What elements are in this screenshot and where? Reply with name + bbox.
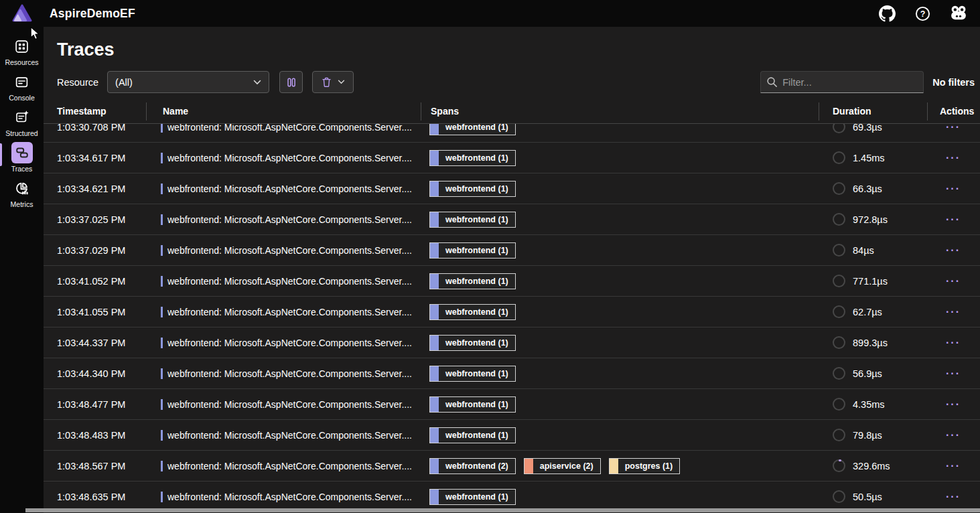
trace-actions: ···	[927, 124, 980, 131]
trace-timestamp: 1:03:41.055 PM	[44, 307, 146, 317]
trace-name-text: webfrontend: Microsoft.AspNetCore.Compon…	[167, 338, 412, 348]
span-badge[interactable]: webfrontend (1)	[429, 304, 516, 320]
trace-name[interactable]: webfrontend: Microsoft.AspNetCore.Compon…	[146, 153, 421, 163]
trace-name[interactable]: webfrontend: Microsoft.AspNetCore.Compon…	[146, 399, 421, 410]
duration-ring-icon	[833, 367, 845, 380]
span-badge[interactable]: webfrontend (1)	[429, 150, 516, 166]
span-badge[interactable]: webfrontend (1)	[429, 181, 516, 197]
sidebar-item-traces[interactable]: Traces	[0, 142, 44, 173]
trace-name-text: webfrontend: Microsoft.AspNetCore.Compon…	[167, 368, 412, 379]
span-badge[interactable]: webfrontend (1)	[429, 489, 516, 505]
more-actions-icon[interactable]: ···	[946, 186, 961, 192]
trace-name[interactable]: webfrontend: Microsoft.AspNetCore.Compon…	[146, 430, 421, 441]
span-badge[interactable]: webfrontend (1)	[429, 212, 516, 228]
sidebar-item-structured[interactable]: Structured	[0, 106, 44, 137]
trace-row[interactable]: 1:03:48.483 PM webfrontend: Microsoft.As…	[44, 420, 980, 451]
trace-row[interactable]: 1:03:34.621 PM webfrontend: Microsoft.As…	[44, 173, 980, 204]
help-icon[interactable]: ?	[914, 5, 931, 22]
trace-name[interactable]: webfrontend: Microsoft.AspNetCore.Compon…	[146, 276, 421, 287]
trace-actions: ···	[927, 463, 980, 469]
more-actions-icon[interactable]: ···	[946, 370, 961, 377]
sidebar-label: Resources	[5, 58, 38, 66]
more-actions-icon[interactable]: ···	[946, 247, 961, 254]
trace-name[interactable]: webfrontend: Microsoft.AspNetCore.Compon…	[146, 124, 421, 133]
trace-row[interactable]: 1:03:44.340 PM webfrontend: Microsoft.As…	[44, 358, 980, 389]
trace-duration-value: 1.45ms	[853, 153, 885, 163]
span-badge[interactable]: webfrontend (1)	[429, 427, 516, 443]
resource-select[interactable]: (All)	[107, 71, 269, 93]
horizontal-scrollbar[interactable]	[0, 508, 980, 513]
app-title: AspireDemoEF	[50, 7, 135, 21]
span-badge[interactable]: webfrontend (1)	[429, 335, 516, 351]
sidebar-item-console[interactable]: Console	[0, 71, 44, 102]
sidebar-item-resources[interactable]: Resources	[0, 35, 44, 66]
column-header-timestamp[interactable]: Timestamp	[44, 99, 146, 123]
scrollbar-thumb[interactable]	[25, 508, 980, 512]
trace-actions: ···	[927, 340, 980, 346]
column-header-name[interactable]: Name	[146, 99, 421, 123]
column-header-spans[interactable]: Spans	[421, 99, 819, 123]
trace-duration-value: 69.3µs	[853, 124, 882, 133]
span-badge-label: webfrontend (1)	[439, 400, 515, 409]
more-actions-icon[interactable]: ···	[946, 432, 961, 439]
trace-row[interactable]: 1:03:30.708 PM webfrontend: Microsoft.As…	[44, 124, 980, 143]
span-badge[interactable]: webfrontend (1)	[429, 273, 516, 289]
span-badge[interactable]: webfrontend (1)	[429, 124, 516, 135]
trace-row[interactable]: 1:03:37.025 PM webfrontend: Microsoft.As…	[44, 204, 980, 235]
trace-name[interactable]: webfrontend: Microsoft.AspNetCore.Compon…	[146, 214, 421, 225]
trace-row[interactable]: 1:03:41.055 PM webfrontend: Microsoft.As…	[44, 297, 980, 327]
more-actions-icon[interactable]: ···	[946, 278, 961, 285]
span-badge[interactable]: apiservice (2)	[524, 458, 601, 474]
pause-button[interactable]	[279, 71, 303, 93]
span-badge[interactable]: postgres (1)	[609, 458, 681, 474]
trace-name[interactable]: webfrontend: Microsoft.AspNetCore.Compon…	[146, 307, 421, 317]
trace-spans: webfrontend (1)	[421, 181, 819, 197]
trace-row[interactable]: 1:03:48.477 PM webfrontend: Microsoft.As…	[44, 389, 980, 420]
trace-name[interactable]: webfrontend: Microsoft.AspNetCore.Compon…	[146, 338, 421, 348]
trace-row[interactable]: 1:03:48.567 PM webfrontend: Microsoft.As…	[44, 451, 980, 482]
trace-duration: 79.8µs	[819, 429, 927, 441]
clear-traces-button[interactable]	[312, 71, 354, 93]
span-badge[interactable]: webfrontend (1)	[429, 366, 516, 382]
trace-row[interactable]: 1:03:41.052 PM webfrontend: Microsoft.As…	[44, 266, 980, 297]
trace-timestamp: 1:03:48.477 PM	[44, 399, 146, 410]
trace-name[interactable]: webfrontend: Microsoft.AspNetCore.Compon…	[146, 245, 421, 256]
trace-name[interactable]: webfrontend: Microsoft.AspNetCore.Compon…	[146, 184, 421, 194]
more-actions-icon[interactable]: ···	[946, 216, 961, 223]
column-header-duration[interactable]: Duration	[819, 99, 927, 123]
trace-row[interactable]: 1:03:37.029 PM webfrontend: Microsoft.As…	[44, 235, 980, 266]
trace-name-text: webfrontend: Microsoft.AspNetCore.Compon…	[167, 124, 412, 133]
trace-row[interactable]: 1:03:44.337 PM webfrontend: Microsoft.As…	[44, 327, 980, 358]
span-badge-label: webfrontend (1)	[439, 431, 515, 440]
bot-icon[interactable]	[949, 5, 967, 22]
filter-searchbox[interactable]	[760, 71, 924, 93]
filter-input[interactable]	[782, 77, 918, 88]
span-color-block	[430, 151, 439, 165]
trace-row[interactable]: 1:03:34.617 PM webfrontend: Microsoft.As…	[44, 143, 980, 173]
github-icon[interactable]	[878, 5, 896, 22]
trace-name[interactable]: webfrontend: Microsoft.AspNetCore.Compon…	[146, 492, 421, 502]
more-actions-icon[interactable]: ···	[946, 155, 961, 161]
span-color-block	[430, 274, 439, 289]
span-color-block	[430, 181, 439, 196]
more-actions-icon[interactable]: ···	[946, 124, 961, 131]
trace-color-bar	[161, 184, 163, 194]
sidebar-item-metrics[interactable]: Metrics	[0, 177, 44, 208]
trace-name-text: webfrontend: Microsoft.AspNetCore.Compon…	[167, 184, 412, 194]
more-actions-icon[interactable]: ···	[946, 309, 961, 315]
more-actions-icon[interactable]: ···	[946, 494, 961, 500]
more-actions-icon[interactable]: ···	[946, 463, 961, 469]
span-badge[interactable]: webfrontend (1)	[429, 242, 516, 259]
trace-name[interactable]: webfrontend: Microsoft.AspNetCore.Compon…	[146, 368, 421, 379]
trace-duration: 1.45ms	[819, 151, 927, 164]
duration-ring-icon	[833, 490, 845, 503]
trace-name[interactable]: webfrontend: Microsoft.AspNetCore.Compon…	[146, 461, 421, 471]
aspire-logo-icon	[12, 4, 32, 23]
trace-color-bar	[161, 124, 163, 133]
span-badge[interactable]: webfrontend (2)	[429, 458, 516, 474]
span-badge[interactable]: webfrontend (1)	[429, 396, 516, 413]
more-actions-icon[interactable]: ···	[946, 340, 961, 346]
duration-ring-icon	[833, 398, 845, 411]
more-actions-icon[interactable]: ···	[946, 401, 961, 408]
trace-timestamp: 1:03:48.635 PM	[44, 492, 146, 502]
